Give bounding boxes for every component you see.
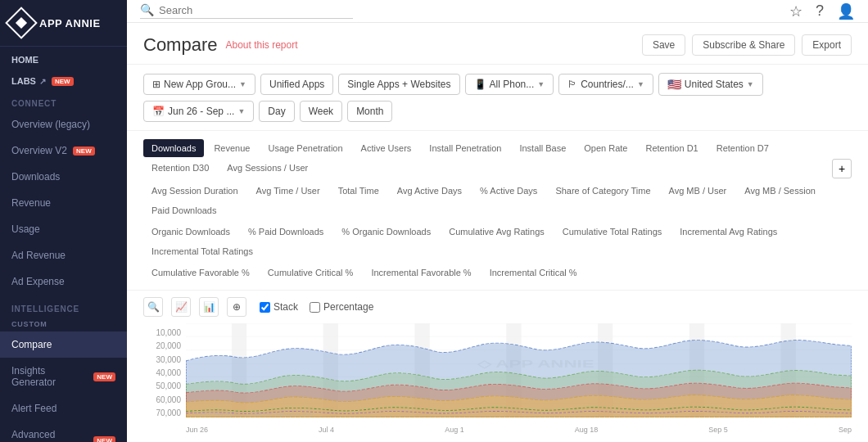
- metric-downloads[interactable]: Downloads: [143, 139, 204, 157]
- metric-active-users[interactable]: Active Users: [353, 139, 420, 157]
- x-label-sep5: Sep 5: [708, 426, 728, 434]
- metrics-row-2: Avg Session Duration Avg Time / User Tot…: [143, 182, 852, 219]
- custom-sub-header: CUSTOM: [0, 317, 127, 332]
- country-label: United States: [685, 79, 744, 90]
- topbar-icons: ☆ ? 👤: [789, 2, 855, 20]
- percentage-checkbox[interactable]: [310, 302, 320, 313]
- app-group-chevron: ▼: [239, 80, 246, 88]
- phone-filter[interactable]: 📱 All Phon... ▼: [465, 74, 554, 95]
- line-chart-btn[interactable]: 📈: [171, 297, 191, 317]
- external-icon: ↗: [39, 77, 46, 86]
- metric-avg-active-days[interactable]: Avg Active Days: [389, 182, 470, 200]
- metric-organic-downloads[interactable]: Organic Downloads: [143, 223, 238, 241]
- app-group-filter[interactable]: ⊞ New App Grou... ▼: [143, 74, 255, 95]
- phone-label: All Phon...: [490, 79, 535, 90]
- search-box[interactable]: 🔍: [140, 3, 353, 19]
- metric-incremental-total-ratings[interactable]: Incremental Total Ratings: [143, 242, 261, 260]
- countries-chevron: ▼: [637, 80, 644, 88]
- save-button[interactable]: Save: [642, 34, 685, 56]
- x-label-jun26: Jun 26: [186, 426, 208, 434]
- day-btn[interactable]: Day: [259, 101, 294, 122]
- sidebar-item-ad-revenue[interactable]: Ad Revenue: [0, 242, 127, 268]
- metric-revenue[interactable]: Revenue: [206, 139, 258, 157]
- sidebar-item-compare[interactable]: Compare: [0, 332, 127, 358]
- metrics-area: Downloads Revenue Usage Penetration Acti…: [127, 131, 868, 291]
- metric-cumulative-total-ratings[interactable]: Cumulative Total Ratings: [554, 223, 670, 241]
- bar-chart-btn[interactable]: 📊: [199, 297, 219, 317]
- date-chevron: ▼: [237, 107, 245, 115]
- search-icon: 🔍: [140, 3, 154, 16]
- metric-install-base[interactable]: Install Base: [511, 139, 574, 157]
- y-label-20k: 20,000: [156, 341, 181, 350]
- chart-svg-container: ◇ APP ANNIE © 2019 App Annie Intelligenc…: [186, 323, 852, 417]
- sidebar-item-labs[interactable]: LABS ↗ NEW: [0, 68, 127, 89]
- area-chart-btn[interactable]: ⊕: [227, 297, 246, 317]
- metrics-row-1: Downloads Revenue Usage Penetration Acti…: [143, 139, 852, 178]
- sidebar-item-home[interactable]: HOME: [0, 47, 127, 68]
- metric-avg-time-user[interactable]: Avg Time / User: [248, 182, 328, 200]
- y-label-50k: 50,000: [156, 381, 181, 390]
- metric-avg-sessions-user[interactable]: Avg Sessions / User: [219, 159, 316, 178]
- metric-paid-downloads[interactable]: Paid Downloads: [143, 201, 225, 219]
- metric-avg-mb-user[interactable]: Avg MB / User: [661, 182, 735, 200]
- metric-install-penetration[interactable]: Install Penetration: [421, 139, 509, 157]
- month-btn[interactable]: Month: [347, 101, 392, 122]
- percentage-checkbox-label[interactable]: Percentage: [310, 301, 373, 313]
- stack-checkbox-label[interactable]: Stack: [260, 301, 298, 313]
- metric-pct-paid-downloads[interactable]: % Paid Downloads: [240, 223, 332, 241]
- metric-open-rate[interactable]: Open Rate: [576, 139, 635, 157]
- export-button[interactable]: Export: [802, 34, 852, 56]
- help-icon[interactable]: ?: [816, 2, 824, 20]
- metrics-plus-btn[interactable]: +: [832, 159, 852, 178]
- stack-checkbox[interactable]: [260, 302, 270, 313]
- metric-incremental-favorable-pct[interactable]: Incremental Favorable %: [363, 264, 479, 282]
- metric-avg-mb-session[interactable]: Avg MB / Session: [736, 182, 824, 200]
- single-apps-filter[interactable]: Single Apps + Websites: [338, 74, 459, 95]
- metric-retention-d1[interactable]: Retention D1: [637, 139, 706, 157]
- week-btn[interactable]: Week: [300, 101, 342, 122]
- date-range-filter[interactable]: 📅 Jun 26 - Sep ... ▼: [143, 101, 254, 122]
- favorite-icon[interactable]: ☆: [789, 2, 802, 20]
- chart-watermark: ◇ APP ANNIE: [476, 359, 594, 371]
- metric-retention-d7[interactable]: Retention D7: [708, 139, 777, 157]
- about-link[interactable]: About this report: [225, 39, 297, 51]
- sidebar-item-downloads[interactable]: Downloads: [0, 164, 127, 190]
- metric-cumulative-avg-ratings[interactable]: Cumulative Avg Ratings: [441, 223, 553, 241]
- unified-apps-filter[interactable]: Unified Apps: [260, 74, 333, 95]
- sidebar-item-overview-legacy[interactable]: Overview (legacy): [0, 111, 127, 138]
- logo-diamond-icon: [5, 7, 38, 39]
- metric-avg-session-duration[interactable]: Avg Session Duration: [143, 182, 246, 200]
- metric-pct-active-days[interactable]: % Active Days: [472, 182, 545, 200]
- country-flag: 🇺🇸: [667, 78, 681, 91]
- country-filter[interactable]: 🇺🇸 United States ▼: [658, 73, 763, 96]
- metric-cumulative-critical-pct[interactable]: Cumulative Critical %: [260, 264, 362, 282]
- countries-filter[interactable]: 🏳 Countries/... ▼: [558, 74, 653, 95]
- advanced-search-new-badge: NEW: [93, 436, 115, 443]
- chart-controls: 🔍 📈 📊 ⊕ Stack Percentage: [127, 291, 868, 323]
- subscribe-button[interactable]: Subscribe & Share: [692, 34, 795, 56]
- zoom-btn[interactable]: 🔍: [143, 297, 163, 317]
- sidebar-item-ad-expense[interactable]: Ad Expense: [0, 268, 127, 295]
- sidebar-item-usage[interactable]: Usage: [0, 216, 127, 242]
- sidebar-item-insights-generator[interactable]: Insights Generator NEW: [0, 358, 127, 395]
- country-chevron: ▼: [747, 80, 754, 88]
- metric-retention-d30[interactable]: Retention D30: [143, 159, 217, 178]
- sidebar-item-alert-feed[interactable]: Alert Feed: [0, 395, 127, 422]
- metric-total-time[interactable]: Total Time: [330, 182, 387, 200]
- metric-share-category-time[interactable]: Share of Category Time: [547, 182, 658, 200]
- sidebar-item-advanced-search[interactable]: Advanced Search NEW: [0, 422, 127, 442]
- metric-cumulative-favorable-pct[interactable]: Cumulative Favorable %: [143, 264, 258, 282]
- metric-incremental-avg-ratings[interactable]: Incremental Avg Ratings: [671, 223, 785, 241]
- insights-new-badge: NEW: [93, 372, 115, 381]
- metric-incremental-critical-pct[interactable]: Incremental Critical %: [481, 264, 585, 282]
- countries-label: Countries/...: [581, 79, 634, 90]
- metric-usage-penetration[interactable]: Usage Penetration: [260, 139, 350, 157]
- search-input[interactable]: [159, 4, 353, 16]
- user-icon[interactable]: 👤: [837, 2, 855, 20]
- sidebar-item-overview-v2[interactable]: Overview V2 NEW: [0, 138, 127, 164]
- sidebar-item-revenue[interactable]: Revenue: [0, 190, 127, 216]
- x-axis: Jun 26 Jul 4 Aug 1 Aug 18 Sep 5 Sep: [186, 426, 852, 434]
- metric-pct-organic-downloads[interactable]: % Organic Downloads: [333, 223, 439, 241]
- x-label-sep: Sep: [839, 426, 852, 434]
- y-label-30k: 30,000: [156, 355, 181, 364]
